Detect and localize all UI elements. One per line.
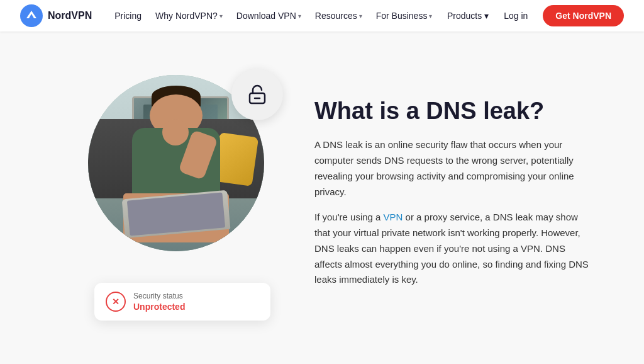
nav-links: Pricing Why NordVPN? ▾ Download VPN ▾ Re…: [109, 7, 437, 25]
hero-image-section: ✕ Security status Unprotected: [88, 75, 277, 321]
security-status-card: ✕ Security status Unprotected: [94, 283, 270, 321]
article-paragraph-1: A DNS leak is an online security flaw th…: [314, 137, 594, 200]
nav-right: Products ▾ Log in Get NordVPN: [447, 5, 624, 26]
login-button[interactable]: Log in: [499, 7, 533, 25]
unlock-icon: [245, 82, 270, 107]
status-label: Security status: [133, 292, 185, 300]
status-error-icon: ✕: [106, 292, 126, 312]
nav-left: NordVPN Pricing Why NordVPN? ▾ Download …: [20, 4, 437, 27]
status-value: Unprotected: [133, 302, 185, 312]
chevron-down-icon: ▾: [359, 13, 362, 20]
logo[interactable]: NordVPN: [20, 4, 92, 27]
pillow-decor: [213, 132, 258, 186]
chevron-down-icon: ▾: [429, 13, 432, 20]
article-title: What is a DNS leak?: [314, 98, 594, 125]
logo-text: NordVPN: [48, 10, 92, 21]
get-nordvpn-button[interactable]: Get NordVPN: [543, 5, 624, 26]
navbar: NordVPN Pricing Why NordVPN? ▾ Download …: [0, 0, 644, 31]
person-hand: [162, 119, 189, 145]
status-text: Security status Unprotected: [133, 292, 185, 312]
nav-link-pricing[interactable]: Pricing: [109, 7, 147, 25]
article-section: What is a DNS leak? A DNS leak is an onl…: [314, 98, 594, 298]
vpn-link[interactable]: VPN: [384, 212, 403, 222]
nav-link-why[interactable]: Why NordVPN? ▾: [150, 7, 228, 25]
chevron-down-icon: ▾: [219, 13, 223, 20]
article-body: A DNS leak is an online security flaw th…: [314, 137, 594, 288]
x-mark-icon: ✕: [112, 297, 119, 306]
main-content: ✕ Security status Unprotected What is a …: [0, 31, 644, 364]
lock-icon-bubble: [231, 69, 283, 120]
chevron-down-icon: ▾: [484, 11, 489, 21]
nav-products-button[interactable]: Products ▾: [447, 11, 489, 21]
chevron-down-icon: ▾: [298, 13, 301, 20]
nordvpn-logo-icon: [20, 4, 43, 27]
nav-link-resources[interactable]: Resources ▾: [310, 7, 367, 25]
nav-link-business[interactable]: For Business ▾: [371, 7, 438, 25]
article-paragraph-2: If you're using a VPN or a proxy service…: [314, 210, 594, 288]
nav-link-download[interactable]: Download VPN ▾: [231, 7, 306, 25]
